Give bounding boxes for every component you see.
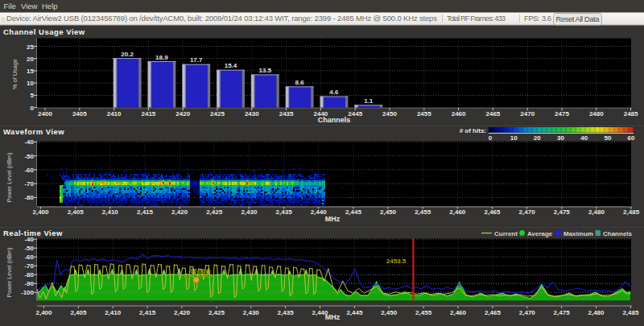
svg-text:25: 25 — [27, 43, 34, 51]
svg-text:Channel Usage View: Channel Usage View — [3, 27, 85, 36]
svg-text:Average: Average — [527, 230, 553, 237]
svg-text:Device: AirView2 USB (01234567: Device: AirView2 USB (0123456789) on /de… — [6, 14, 437, 23]
svg-text:2410: 2410 — [107, 110, 122, 118]
svg-text:Current: Current — [494, 230, 518, 237]
svg-text:-40: -40 — [24, 138, 34, 146]
svg-text:-100: -100 — [21, 289, 35, 296]
svg-text:17.7: 17.7 — [190, 56, 203, 64]
svg-text:2,480: 2,480 — [588, 309, 605, 316]
svg-text:2400: 2400 — [38, 110, 52, 118]
svg-text:20.2: 20.2 — [121, 51, 134, 58]
svg-text:2,445: 2,445 — [345, 208, 362, 216]
svg-text:# of hits:: # of hits: — [460, 127, 486, 134]
svg-text:File: File — [4, 2, 16, 10]
svg-text:2470: 2470 — [520, 110, 535, 118]
svg-text:2,430: 2,430 — [241, 208, 258, 216]
svg-text:2,400: 2,400 — [32, 208, 49, 216]
svg-text:0: 0 — [489, 134, 493, 142]
svg-text:2,425: 2,425 — [208, 309, 225, 316]
svg-text:2,480: 2,480 — [588, 208, 605, 216]
svg-text:2,455: 2,455 — [415, 309, 432, 316]
svg-text:2,450: 2,450 — [380, 208, 397, 216]
svg-text:2,420: 2,420 — [171, 208, 188, 216]
svg-text:2480: 2480 — [589, 110, 604, 118]
svg-text:2,405: 2,405 — [70, 309, 87, 316]
svg-text:2465: 2465 — [486, 110, 501, 118]
svg-text:40: 40 — [580, 134, 588, 142]
svg-text:2430: 2430 — [245, 110, 259, 118]
svg-text:2,435: 2,435 — [278, 309, 295, 316]
svg-text:8.6: 8.6 — [295, 79, 305, 86]
svg-text:2,485: 2,485 — [623, 208, 640, 216]
svg-text:2420: 2420 — [175, 110, 190, 118]
svg-text:2460: 2460 — [452, 110, 466, 118]
svg-text:2,465: 2,465 — [485, 309, 502, 316]
svg-text:2,430: 2,430 — [243, 309, 260, 316]
svg-text:15.4: 15.4 — [225, 62, 237, 69]
svg-text:-70: -70 — [24, 262, 34, 270]
svg-text:20: 20 — [534, 134, 541, 142]
svg-text:-40: -40 — [24, 236, 34, 243]
svg-text:2485: 2485 — [624, 110, 638, 118]
svg-text:-80: -80 — [24, 271, 34, 279]
svg-text:2,410: 2,410 — [105, 309, 122, 316]
svg-text:2,455: 2,455 — [415, 208, 431, 216]
svg-text:Help: Help — [42, 2, 58, 10]
svg-text:10: 10 — [27, 80, 34, 87]
svg-text:2,422.0 MHz: 2,422.0 MHz — [183, 273, 215, 279]
svg-text:18.9: 18.9 — [155, 54, 168, 61]
svg-text:2,470: 2,470 — [519, 208, 536, 216]
svg-text:15: 15 — [27, 68, 34, 75]
svg-text:2,485: 2,485 — [622, 309, 639, 316]
svg-text:-90: -90 — [24, 280, 34, 287]
svg-text:MHz: MHz — [325, 215, 341, 223]
svg-text:2453.5: 2453.5 — [386, 258, 407, 265]
svg-text:2,435: 2,435 — [276, 208, 293, 216]
svg-text:-70: -70 — [24, 180, 34, 188]
svg-text:2,475: 2,475 — [554, 309, 571, 316]
svg-text:2,450: 2,450 — [381, 309, 398, 316]
svg-text:-60: -60 — [24, 254, 34, 261]
svg-text:2,460: 2,460 — [449, 208, 466, 216]
svg-text:2,445: 2,445 — [346, 309, 363, 316]
svg-text:2405: 2405 — [72, 110, 87, 118]
svg-text:% of Usage: % of Usage — [11, 59, 19, 89]
svg-text:2,470: 2,470 — [519, 309, 536, 316]
svg-text:2,420: 2,420 — [174, 309, 191, 316]
svg-text:0: 0 — [31, 105, 35, 112]
svg-text:2,415: 2,415 — [137, 208, 154, 216]
svg-text:-50: -50 — [24, 245, 34, 252]
svg-text:FPS: 3.6: FPS: 3.6 — [524, 14, 551, 23]
svg-text:2435: 2435 — [279, 110, 294, 118]
svg-text:1.1: 1.1 — [364, 97, 374, 105]
svg-text:Channels: Channels — [318, 116, 351, 124]
svg-text:2,405: 2,405 — [68, 208, 85, 216]
svg-text:10: 10 — [510, 134, 518, 142]
svg-text:2450: 2450 — [382, 110, 397, 118]
svg-text:50: 50 — [604, 134, 611, 142]
svg-text:Power Level (dBm): Power Level (dBm) — [6, 247, 13, 297]
svg-text:2425: 2425 — [210, 110, 225, 118]
svg-text:60: 60 — [628, 134, 635, 142]
svg-text:2,400: 2,400 — [35, 309, 52, 316]
svg-text:Power Level (dBm): Power Level (dBm) — [6, 152, 13, 202]
svg-text:-60: -60 — [24, 167, 34, 174]
svg-text:2,425: 2,425 — [206, 208, 223, 216]
svg-text:Reset All Data: Reset All Data — [556, 14, 601, 23]
svg-text:4.6: 4.6 — [329, 89, 339, 96]
svg-text:20: 20 — [27, 56, 34, 63]
svg-text:2,410: 2,410 — [102, 208, 119, 216]
svg-text:2,475: 2,475 — [554, 208, 571, 216]
svg-text:2,465: 2,465 — [484, 208, 501, 216]
svg-text:View: View — [21, 2, 38, 10]
svg-text:Total RF Frames: 433: Total RF Frames: 433 — [447, 14, 506, 23]
svg-text:2475: 2475 — [555, 110, 569, 118]
svg-text:5: 5 — [31, 92, 35, 99]
svg-text:30: 30 — [557, 134, 564, 142]
svg-text:2455: 2455 — [417, 110, 431, 118]
svg-text:2,415: 2,415 — [139, 309, 156, 316]
svg-text:MHz: MHz — [325, 313, 341, 321]
svg-text:-50: -50 — [24, 153, 34, 160]
svg-text:Channels: Channels — [603, 230, 633, 237]
svg-text:Waveform View: Waveform View — [3, 127, 64, 136]
